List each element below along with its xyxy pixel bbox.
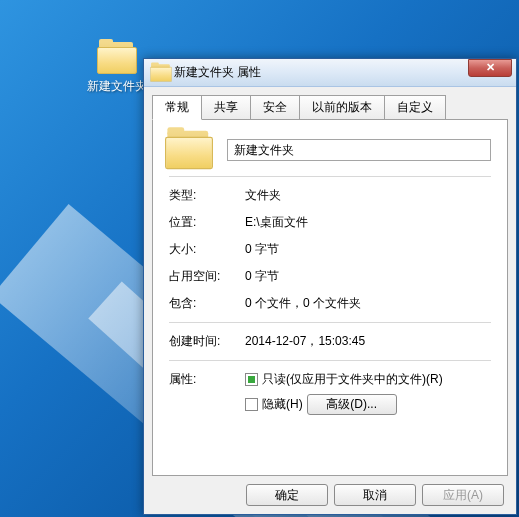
- attributes-label: 属性:: [169, 371, 245, 388]
- contains-label: 包含:: [169, 295, 245, 312]
- cancel-button[interactable]: 取消: [334, 484, 416, 506]
- type-label: 类型:: [169, 187, 245, 204]
- contains-value: 0 个文件，0 个文件夹: [245, 295, 491, 312]
- hidden-checkbox[interactable]: [245, 398, 258, 411]
- titlebar[interactable]: 新建文件夹 属性 ✕: [144, 59, 516, 87]
- tab-general[interactable]: 常规: [152, 95, 202, 120]
- separator: [169, 176, 491, 177]
- folder-icon: [97, 42, 137, 74]
- close-icon: ✕: [486, 61, 495, 74]
- dialog-body: 常规 共享 安全 以前的版本 自定义 类型: 文件夹 位置: E:\桌面文件: [144, 87, 516, 514]
- tab-previous-versions[interactable]: 以前的版本: [299, 95, 385, 120]
- dialog-title: 新建文件夹 属性: [174, 64, 468, 81]
- created-label: 创建时间:: [169, 333, 245, 350]
- type-value: 文件夹: [245, 187, 491, 204]
- readonly-label: 只读(仅应用于文件夹中的文件)(R): [262, 371, 443, 388]
- tab-sharing[interactable]: 共享: [201, 95, 251, 120]
- size-value: 0 字节: [245, 241, 491, 258]
- ok-button[interactable]: 确定: [246, 484, 328, 506]
- separator: [169, 360, 491, 361]
- advanced-button[interactable]: 高级(D)...: [307, 394, 397, 415]
- size-label: 大小:: [169, 241, 245, 258]
- apply-button[interactable]: 应用(A): [422, 484, 504, 506]
- tabstrip: 常规 共享 安全 以前的版本 自定义: [152, 95, 508, 120]
- separator: [169, 322, 491, 323]
- location-label: 位置:: [169, 214, 245, 231]
- folder-icon: [150, 64, 163, 82]
- close-button[interactable]: ✕: [468, 59, 512, 77]
- readonly-checkbox[interactable]: [245, 373, 258, 386]
- disk-value: 0 字节: [245, 268, 491, 285]
- tab-customize[interactable]: 自定义: [384, 95, 446, 120]
- hidden-label: 隐藏(H): [262, 396, 303, 413]
- properties-dialog: 新建文件夹 属性 ✕ 常规 共享 安全 以前的版本 自定义 类型: 文件夹: [143, 58, 517, 515]
- dialog-button-row: 确定 取消 应用(A): [152, 476, 508, 508]
- tab-security[interactable]: 安全: [250, 95, 300, 120]
- tab-panel-general: 类型: 文件夹 位置: E:\桌面文件 大小: 0 字节 占用空间: 0 字节 …: [152, 119, 508, 476]
- folder-icon: [165, 131, 213, 169]
- location-value: E:\桌面文件: [245, 214, 491, 231]
- created-value: 2014-12-07，15:03:45: [245, 333, 491, 350]
- disk-label: 占用空间:: [169, 268, 245, 285]
- folder-name-input[interactable]: [227, 139, 491, 161]
